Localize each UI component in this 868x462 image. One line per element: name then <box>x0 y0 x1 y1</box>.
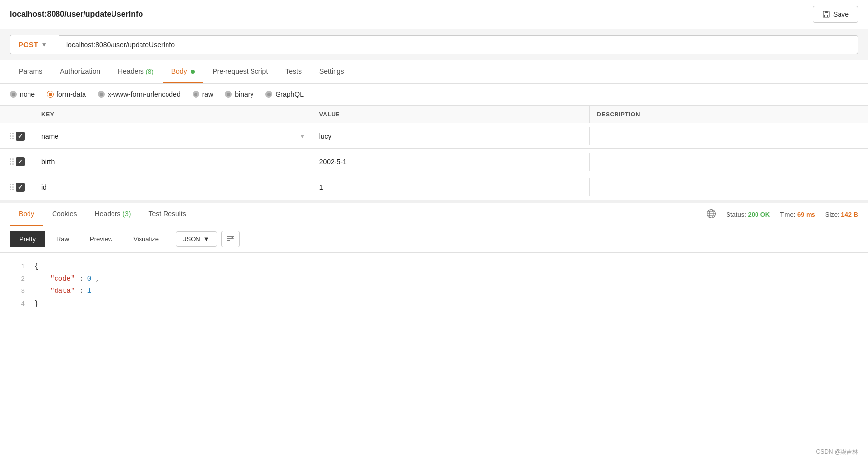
form-data-table: KEY VALUE DESCRIPTION ✓ name ▼ lucy <box>0 106 868 200</box>
desc-cell-1[interactable] <box>590 131 868 141</box>
response-tabs-row: Body Cookies Headers (3) Test Results <box>0 203 868 226</box>
key-text-3: id <box>41 183 47 191</box>
key-cell-1[interactable]: name ▼ <box>34 127 312 145</box>
col-value: VALUE <box>312 106 590 123</box>
url-input[interactable] <box>59 35 858 54</box>
page-title: localhost:8080/user/updateUserInfo <box>10 10 143 19</box>
wrap-icon <box>226 235 234 242</box>
json-line-1: 1 { <box>10 260 858 273</box>
view-pretty-button[interactable]: Pretty <box>10 231 45 247</box>
json-viewer: 1 { 2 "code" : 0 , 3 "data" : 1 4 } <box>0 253 868 318</box>
col-description: DESCRIPTION <box>590 106 868 123</box>
row-handle-3: ✓ <box>0 183 34 192</box>
body-type-form-data[interactable]: form-data <box>47 90 86 98</box>
status-label: Status: 200 OK <box>726 211 770 218</box>
status-value: 200 OK <box>748 211 770 218</box>
key-cell-3[interactable]: id <box>34 178 312 196</box>
radio-binary <box>225 91 232 98</box>
tab-authorization[interactable]: Authorization <box>51 60 109 83</box>
value-cell-1[interactable]: lucy <box>312 127 590 145</box>
line-number: 2 <box>10 273 25 285</box>
globe-icon <box>706 209 716 220</box>
col-key: KEY <box>34 106 312 123</box>
method-label: POST <box>18 40 38 49</box>
footer-brand: CSDN @柒吉林 <box>816 448 858 456</box>
resp-tab-test-results[interactable]: Test Results <box>140 203 195 226</box>
svg-rect-3 <box>825 15 827 17</box>
tab-settings[interactable]: Settings <box>310 60 353 83</box>
row-checkbox-2[interactable]: ✓ <box>16 157 25 166</box>
col-handle <box>0 106 34 123</box>
drag-handle-icon <box>10 133 14 139</box>
body-type-selector: none form-data x-www-form-urlencoded raw… <box>0 84 868 106</box>
save-icon <box>822 10 830 18</box>
radio-raw <box>193 91 199 98</box>
url-bar: POST ▼ <box>0 29 868 60</box>
body-type-urlencoded[interactable]: x-www-form-urlencoded <box>98 90 181 98</box>
body-active-dot <box>191 70 195 74</box>
method-chevron-icon: ▼ <box>41 41 47 48</box>
desc-cell-2[interactable] <box>590 157 868 167</box>
response-section: Body Cookies Headers (3) Test Results <box>0 200 868 318</box>
tab-tests[interactable]: Tests <box>277 60 310 83</box>
value-cell-3[interactable]: 1 <box>312 178 590 196</box>
key-cell-2[interactable]: birth <box>34 153 312 171</box>
table-row: ✓ birth 2002-5-1 <box>0 149 868 174</box>
format-chevron-icon: ▼ <box>203 235 210 243</box>
key-text-2: birth <box>41 158 55 166</box>
request-tabs: Params Authorization Headers (8) Body Pr… <box>0 60 868 84</box>
size-label: Size: 142 B <box>825 211 858 218</box>
wrap-button[interactable] <box>221 231 240 247</box>
json-line-2: 2 "code" : 0 , <box>10 273 858 285</box>
format-dropdown[interactable]: JSON ▼ <box>176 231 217 247</box>
desc-cell-3[interactable] <box>590 182 868 192</box>
response-tabs: Body Cookies Headers (3) Test Results <box>10 203 195 226</box>
radio-none <box>10 91 17 98</box>
key-text-1: name <box>41 132 58 140</box>
radio-form-data <box>47 91 54 98</box>
save-label: Save <box>833 10 849 18</box>
view-raw-button[interactable]: Raw <box>47 231 79 247</box>
headers-badge: (8) <box>146 68 154 75</box>
tab-body[interactable]: Body <box>163 60 204 83</box>
body-type-raw[interactable]: raw <box>193 90 214 98</box>
response-meta: Status: 200 OK Time: 69 ms Size: 142 B <box>706 209 858 220</box>
body-type-binary[interactable]: binary <box>225 90 253 98</box>
row-checkbox-1[interactable]: ✓ <box>16 132 25 141</box>
json-line-3: 3 "data" : 1 <box>10 285 858 297</box>
view-preview-button[interactable]: Preview <box>81 231 122 247</box>
tab-prerequest[interactable]: Pre-request Script <box>203 60 277 83</box>
drag-handle-icon <box>10 184 14 190</box>
top-bar: localhost:8080/user/updateUserInfo Save <box>0 0 868 29</box>
response-toolbar: Pretty Raw Preview Visualize JSON ▼ <box>0 226 868 253</box>
body-type-none[interactable]: none <box>10 90 35 98</box>
radio-urlencoded <box>98 91 105 98</box>
row-handle-2: ✓ <box>0 157 34 166</box>
key-chevron-icon: ▼ <box>300 133 305 139</box>
time-value: 69 ms <box>797 211 815 218</box>
time-label: Time: 69 ms <box>780 211 815 218</box>
json-line-4: 4 } <box>10 298 858 310</box>
svg-rect-1 <box>825 11 828 13</box>
method-dropdown[interactable]: POST ▼ <box>10 35 59 54</box>
view-visualize-button[interactable]: Visualize <box>124 231 168 247</box>
body-type-graphql[interactable]: GraphQL <box>265 90 304 98</box>
resp-tab-body[interactable]: Body <box>10 203 43 226</box>
drag-handle-icon <box>10 158 14 165</box>
line-number: 3 <box>10 286 25 297</box>
resp-headers-badge: (3) <box>122 210 131 218</box>
row-checkbox-3[interactable]: ✓ <box>16 183 25 192</box>
resp-tab-cookies[interactable]: Cookies <box>43 203 86 226</box>
resp-tab-headers[interactable]: Headers (3) <box>86 203 140 226</box>
radio-graphql <box>265 91 272 98</box>
size-value: 142 B <box>841 211 858 218</box>
line-number: 4 <box>10 298 25 310</box>
save-button[interactable]: Save <box>813 6 858 23</box>
table-row: ✓ id 1 <box>0 174 868 200</box>
row-handle-1: ✓ <box>0 132 34 141</box>
line-number: 1 <box>10 261 25 272</box>
table-header: KEY VALUE DESCRIPTION <box>0 106 868 123</box>
tab-headers[interactable]: Headers (8) <box>109 60 163 83</box>
tab-params[interactable]: Params <box>10 60 51 83</box>
value-cell-2[interactable]: 2002-5-1 <box>312 153 590 171</box>
